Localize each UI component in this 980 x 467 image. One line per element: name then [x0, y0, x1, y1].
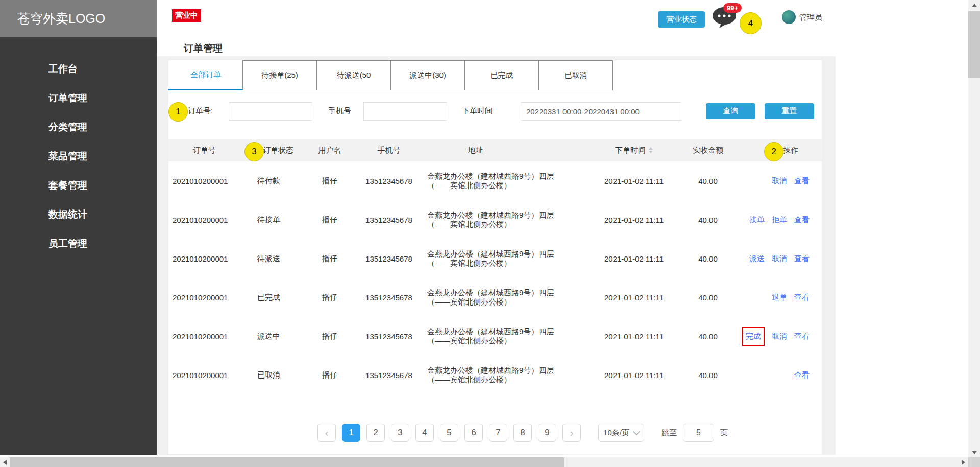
- page-size-select[interactable]: 10条/页: [598, 424, 644, 442]
- cell-status: 待付款: [240, 161, 306, 200]
- scroll-up-icon[interactable]: [968, 0, 980, 10]
- action-complete-highlighted[interactable]: 完成: [742, 327, 765, 346]
- cell-status: 已完成: [240, 278, 306, 317]
- sidebar-item-0[interactable]: 工作台: [0, 54, 157, 83]
- cell-order-no: 2021010200001: [168, 356, 240, 394]
- column-header-amount: 实收金额: [680, 139, 736, 161]
- sidebar-item-6[interactable]: 员工管理: [0, 229, 157, 258]
- tab-0[interactable]: 全部订单: [168, 60, 243, 90]
- row-action-link[interactable]: 接单: [749, 215, 765, 225]
- column-header-address: 地址: [425, 139, 588, 161]
- row-action-link[interactable]: 查看: [794, 293, 810, 302]
- cell-status: 已取消: [240, 356, 306, 394]
- row-action-link[interactable]: 查看: [794, 254, 810, 264]
- pagination-pages: 123456789: [342, 424, 556, 442]
- cell-actions: 退单查看: [736, 278, 814, 317]
- reset-button[interactable]: 重置: [765, 103, 814, 119]
- annotation-circle-3: 3: [244, 142, 264, 161]
- sort-icon[interactable]: [649, 147, 653, 153]
- page-button[interactable]: 7: [489, 424, 507, 442]
- page-button[interactable]: 3: [391, 424, 409, 442]
- scroll-left-icon[interactable]: [0, 457, 10, 467]
- annotation-circle-2: 2: [764, 142, 783, 161]
- cell-phone: 13512345678: [353, 239, 425, 278]
- row-action-link[interactable]: 取消: [772, 332, 787, 341]
- chevron-down-icon: [633, 428, 640, 435]
- tab-1[interactable]: 待接单(25): [242, 60, 317, 90]
- tab-2[interactable]: 待派送(50: [316, 60, 391, 90]
- page-button[interactable]: 5: [440, 424, 458, 442]
- horizontal-scrollbar[interactable]: [0, 457, 968, 467]
- cell-amount: 40.00: [680, 278, 736, 317]
- cell-amount: 40.00: [680, 356, 736, 394]
- search-button[interactable]: 查询: [706, 103, 755, 119]
- row-action-link[interactable]: 查看: [794, 176, 810, 186]
- row-action-link[interactable]: 查看: [794, 370, 810, 380]
- cell-time: 2021-01-02 11:11: [588, 200, 680, 239]
- pagination-next-button[interactable]: ›: [562, 424, 581, 442]
- sidebar-item-label: 员工管理: [48, 237, 87, 250]
- row-action-link[interactable]: 拒单: [772, 215, 787, 225]
- cell-actions: 完成取消查看: [736, 317, 814, 356]
- row-action-link[interactable]: 查看: [794, 215, 810, 225]
- admin-name[interactable]: 管理员: [799, 13, 822, 22]
- sidebar-item-2[interactable]: 分类管理: [0, 112, 157, 142]
- page-button[interactable]: 2: [366, 424, 385, 442]
- row-action-link[interactable]: 查看: [794, 332, 810, 341]
- sidebar-item-label: 订单管理: [48, 91, 87, 105]
- business-status-button[interactable]: 营业状态: [658, 11, 705, 28]
- jump-page-input[interactable]: [683, 424, 714, 442]
- sidebar-item-5[interactable]: 数据统计: [0, 200, 157, 229]
- phone-label: 手机号: [328, 106, 351, 116]
- page-button[interactable]: 4: [415, 424, 434, 442]
- tab-4[interactable]: 已完成: [464, 60, 539, 90]
- row-action-link[interactable]: 取消: [772, 176, 787, 186]
- cell-user: 播仔: [306, 200, 353, 239]
- phone-input[interactable]: [363, 102, 447, 121]
- cell-user: 播仔: [306, 317, 353, 356]
- cell-status: 派送中: [240, 317, 306, 356]
- cell-address: 金燕龙办公楼（建材城西路9号）四层 （——宾馆北侧办公楼）: [425, 317, 588, 356]
- sidebar-item-label: 套餐管理: [48, 179, 87, 192]
- table-row: 2021010200001 已完成 播仔 13512345678 金燕龙办公楼（…: [168, 278, 822, 317]
- cell-order-no: 2021010200001: [168, 200, 240, 239]
- time-range-input[interactable]: [521, 102, 681, 121]
- jump-to-label: 跳至: [662, 428, 677, 438]
- address-line-1: 金燕龙办公楼（建材城西路9号）四层: [427, 172, 554, 181]
- sidebar-item-3[interactable]: 菜品管理: [0, 142, 157, 171]
- cell-order-no: 2021010200001: [168, 161, 240, 200]
- order-no-input[interactable]: [229, 102, 312, 121]
- row-action-link[interactable]: 派送: [749, 254, 765, 264]
- horizontal-scrollbar-thumb[interactable]: [10, 457, 564, 467]
- cell-amount: 40.00: [680, 200, 736, 239]
- cell-status: 待派送: [240, 239, 306, 278]
- cell-phone: 13512345678: [353, 356, 425, 394]
- avatar[interactable]: [782, 10, 796, 24]
- address-line-2: （——宾馆北侧办公楼）: [427, 336, 511, 345]
- tab-5[interactable]: 已取消: [538, 60, 613, 90]
- sidebar-item-4[interactable]: 套餐管理: [0, 171, 157, 200]
- scroll-down-icon[interactable]: [968, 447, 980, 457]
- cell-address: 金燕龙办公楼（建材城西路9号）四层 （——宾馆北侧办公楼）: [425, 239, 588, 278]
- vertical-scrollbar-thumb[interactable]: [968, 11, 980, 78]
- page-button[interactable]: 1: [342, 424, 360, 442]
- cell-time: 2021-01-02 11:11: [588, 317, 680, 356]
- row-action-link[interactable]: 退单: [772, 293, 787, 302]
- vertical-scrollbar[interactable]: [968, 0, 980, 457]
- pagination-prev-button[interactable]: ‹: [317, 424, 336, 442]
- sidebar-item-label: 分类管理: [48, 121, 87, 134]
- tab-3[interactable]: 派送中(30): [390, 60, 465, 90]
- cell-phone: 13512345678: [353, 278, 425, 317]
- cell-amount: 40.00: [680, 239, 736, 278]
- row-action-link[interactable]: 取消: [772, 254, 787, 264]
- page-button[interactable]: 8: [513, 424, 532, 442]
- sidebar-item-1[interactable]: 订单管理: [0, 83, 157, 112]
- column-header-order-no: 订单号: [168, 139, 240, 161]
- sidebar-item-label: 菜品管理: [48, 150, 87, 163]
- order-no-label: 订单号:: [188, 106, 213, 116]
- cell-user: 播仔: [306, 239, 353, 278]
- page-button[interactable]: 6: [464, 424, 483, 442]
- scroll-right-icon[interactable]: [959, 457, 968, 467]
- page-button[interactable]: 9: [538, 424, 556, 442]
- address-line-2: （——宾馆北侧办公楼）: [427, 181, 511, 190]
